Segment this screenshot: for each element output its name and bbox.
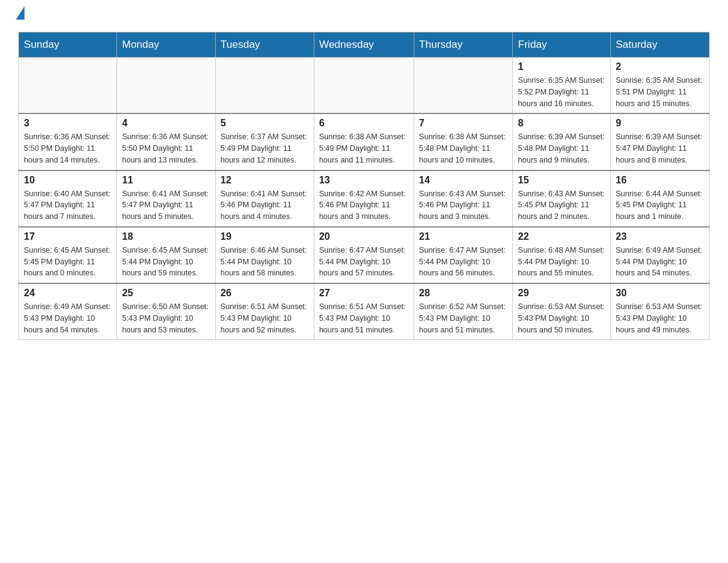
weekday-header-friday: Friday <box>513 33 610 58</box>
calendar-cell: 11Sunrise: 6:41 AM Sunset: 5:47 PM Dayli… <box>117 170 216 227</box>
calendar-cell: 3Sunrise: 6:36 AM Sunset: 5:50 PM Daylig… <box>19 113 117 170</box>
day-info: Sunrise: 6:46 AM Sunset: 5:44 PM Dayligh… <box>221 245 309 279</box>
day-number: 11 <box>122 175 210 186</box>
day-info: Sunrise: 6:35 AM Sunset: 5:51 PM Dayligh… <box>616 75 704 109</box>
day-number: 7 <box>419 118 507 129</box>
day-info: Sunrise: 6:51 AM Sunset: 5:43 PM Dayligh… <box>319 301 409 335</box>
day-number: 1 <box>518 61 605 72</box>
calendar-cell: 23Sunrise: 6:49 AM Sunset: 5:44 PM Dayli… <box>610 227 709 283</box>
day-number: 14 <box>419 175 507 186</box>
calendar-cell: 2Sunrise: 6:35 AM Sunset: 5:51 PM Daylig… <box>610 58 709 114</box>
calendar-cell: 24Sunrise: 6:49 AM Sunset: 5:43 PM Dayli… <box>19 283 117 340</box>
day-number: 21 <box>419 231 507 242</box>
calendar-cell: 14Sunrise: 6:43 AM Sunset: 5:46 PM Dayli… <box>414 170 512 227</box>
calendar-cell: 1Sunrise: 6:35 AM Sunset: 5:52 PM Daylig… <box>513 58 610 114</box>
day-number: 25 <box>122 288 210 299</box>
day-number: 16 <box>616 175 704 186</box>
calendar-body: 1Sunrise: 6:35 AM Sunset: 5:52 PM Daylig… <box>19 58 710 340</box>
calendar-header: SundayMondayTuesdayWednesdayThursdayFrid… <box>19 33 710 58</box>
day-info: Sunrise: 6:49 AM Sunset: 5:43 PM Dayligh… <box>24 301 112 335</box>
day-info: Sunrise: 6:43 AM Sunset: 5:45 PM Dayligh… <box>518 188 605 223</box>
calendar-cell: 12Sunrise: 6:41 AM Sunset: 5:46 PM Dayli… <box>215 170 314 227</box>
calendar-cell: 16Sunrise: 6:44 AM Sunset: 5:45 PM Dayli… <box>610 170 709 227</box>
day-info: Sunrise: 6:45 AM Sunset: 5:44 PM Dayligh… <box>122 245 210 279</box>
weekday-header-monday: Monday <box>117 33 216 58</box>
calendar-cell: 25Sunrise: 6:50 AM Sunset: 5:43 PM Dayli… <box>117 283 216 340</box>
calendar-week-row: 17Sunrise: 6:45 AM Sunset: 5:45 PM Dayli… <box>19 227 710 283</box>
calendar-week-row: 24Sunrise: 6:49 AM Sunset: 5:43 PM Dayli… <box>19 283 710 340</box>
weekday-header-wednesday: Wednesday <box>314 33 414 58</box>
day-info: Sunrise: 6:40 AM Sunset: 5:47 PM Dayligh… <box>24 188 112 223</box>
weekday-header-row: SundayMondayTuesdayWednesdayThursdayFrid… <box>19 33 710 58</box>
calendar-cell: 19Sunrise: 6:46 AM Sunset: 5:44 PM Dayli… <box>215 227 314 283</box>
day-number: 20 <box>319 231 409 242</box>
logo-triangle-icon <box>16 6 25 20</box>
day-number: 26 <box>221 288 309 299</box>
day-number: 9 <box>616 118 704 129</box>
calendar-cell <box>117 58 216 114</box>
weekday-header-sunday: Sunday <box>19 33 117 58</box>
day-number: 24 <box>24 288 112 299</box>
calendar-table: SundayMondayTuesdayWednesdayThursdayFrid… <box>18 32 710 340</box>
day-number: 2 <box>616 61 704 72</box>
day-info: Sunrise: 6:36 AM Sunset: 5:50 PM Dayligh… <box>24 131 112 166</box>
day-info: Sunrise: 6:48 AM Sunset: 5:44 PM Dayligh… <box>518 245 605 279</box>
calendar-cell <box>314 58 414 114</box>
day-number: 29 <box>518 288 605 299</box>
day-number: 13 <box>319 175 409 186</box>
day-info: Sunrise: 6:35 AM Sunset: 5:52 PM Dayligh… <box>518 75 605 109</box>
calendar-cell: 21Sunrise: 6:47 AM Sunset: 5:44 PM Dayli… <box>414 227 512 283</box>
calendar-cell: 7Sunrise: 6:38 AM Sunset: 5:48 PM Daylig… <box>414 113 512 170</box>
day-number: 5 <box>221 118 309 129</box>
day-info: Sunrise: 6:47 AM Sunset: 5:44 PM Dayligh… <box>419 245 507 279</box>
day-number: 28 <box>419 288 507 299</box>
calendar-cell: 5Sunrise: 6:37 AM Sunset: 5:49 PM Daylig… <box>215 113 314 170</box>
calendar-cell <box>414 58 512 114</box>
calendar-cell: 15Sunrise: 6:43 AM Sunset: 5:45 PM Dayli… <box>513 170 610 227</box>
calendar-cell: 4Sunrise: 6:36 AM Sunset: 5:50 PM Daylig… <box>117 113 216 170</box>
day-info: Sunrise: 6:41 AM Sunset: 5:47 PM Dayligh… <box>122 188 210 223</box>
calendar-week-row: 10Sunrise: 6:40 AM Sunset: 5:47 PM Dayli… <box>19 170 710 227</box>
day-info: Sunrise: 6:38 AM Sunset: 5:48 PM Dayligh… <box>419 131 507 166</box>
day-info: Sunrise: 6:38 AM Sunset: 5:49 PM Dayligh… <box>319 131 409 166</box>
calendar-cell: 9Sunrise: 6:39 AM Sunset: 5:47 PM Daylig… <box>610 113 709 170</box>
page-header <box>18 12 710 20</box>
day-info: Sunrise: 6:41 AM Sunset: 5:46 PM Dayligh… <box>221 188 309 223</box>
calendar-cell: 27Sunrise: 6:51 AM Sunset: 5:43 PM Dayli… <box>314 283 414 340</box>
day-info: Sunrise: 6:50 AM Sunset: 5:43 PM Dayligh… <box>122 301 210 335</box>
day-info: Sunrise: 6:39 AM Sunset: 5:48 PM Dayligh… <box>518 131 605 166</box>
calendar-cell: 28Sunrise: 6:52 AM Sunset: 5:43 PM Dayli… <box>414 283 512 340</box>
weekday-header-thursday: Thursday <box>414 33 512 58</box>
calendar-week-row: 1Sunrise: 6:35 AM Sunset: 5:52 PM Daylig… <box>19 58 710 114</box>
day-info: Sunrise: 6:49 AM Sunset: 5:44 PM Dayligh… <box>616 245 704 279</box>
day-number: 3 <box>24 118 112 129</box>
day-info: Sunrise: 6:52 AM Sunset: 5:43 PM Dayligh… <box>419 301 507 335</box>
calendar-cell: 10Sunrise: 6:40 AM Sunset: 5:47 PM Dayli… <box>19 170 117 227</box>
day-info: Sunrise: 6:45 AM Sunset: 5:45 PM Dayligh… <box>24 245 112 279</box>
day-number: 10 <box>24 175 112 186</box>
day-number: 19 <box>221 231 309 242</box>
day-info: Sunrise: 6:39 AM Sunset: 5:47 PM Dayligh… <box>616 131 704 166</box>
calendar-cell: 18Sunrise: 6:45 AM Sunset: 5:44 PM Dayli… <box>117 227 216 283</box>
day-info: Sunrise: 6:47 AM Sunset: 5:44 PM Dayligh… <box>319 245 409 279</box>
day-number: 22 <box>518 231 605 242</box>
calendar-cell: 30Sunrise: 6:53 AM Sunset: 5:43 PM Dayli… <box>610 283 709 340</box>
day-number: 23 <box>616 231 704 242</box>
calendar-cell: 22Sunrise: 6:48 AM Sunset: 5:44 PM Dayli… <box>513 227 610 283</box>
day-info: Sunrise: 6:53 AM Sunset: 5:43 PM Dayligh… <box>616 301 704 335</box>
day-info: Sunrise: 6:51 AM Sunset: 5:43 PM Dayligh… <box>221 301 309 335</box>
calendar-week-row: 3Sunrise: 6:36 AM Sunset: 5:50 PM Daylig… <box>19 113 710 170</box>
day-info: Sunrise: 6:36 AM Sunset: 5:50 PM Dayligh… <box>122 131 210 166</box>
day-number: 30 <box>616 288 704 299</box>
calendar-cell: 13Sunrise: 6:42 AM Sunset: 5:46 PM Dayli… <box>314 170 414 227</box>
calendar-cell: 8Sunrise: 6:39 AM Sunset: 5:48 PM Daylig… <box>513 113 610 170</box>
calendar-cell: 17Sunrise: 6:45 AM Sunset: 5:45 PM Dayli… <box>19 227 117 283</box>
day-info: Sunrise: 6:43 AM Sunset: 5:46 PM Dayligh… <box>419 188 507 223</box>
day-info: Sunrise: 6:37 AM Sunset: 5:49 PM Dayligh… <box>221 131 309 166</box>
day-info: Sunrise: 6:44 AM Sunset: 5:45 PM Dayligh… <box>616 188 704 223</box>
calendar-cell: 20Sunrise: 6:47 AM Sunset: 5:44 PM Dayli… <box>314 227 414 283</box>
calendar-cell <box>19 58 117 114</box>
day-number: 18 <box>122 231 210 242</box>
logo <box>18 12 25 20</box>
calendar-cell: 6Sunrise: 6:38 AM Sunset: 5:49 PM Daylig… <box>314 113 414 170</box>
